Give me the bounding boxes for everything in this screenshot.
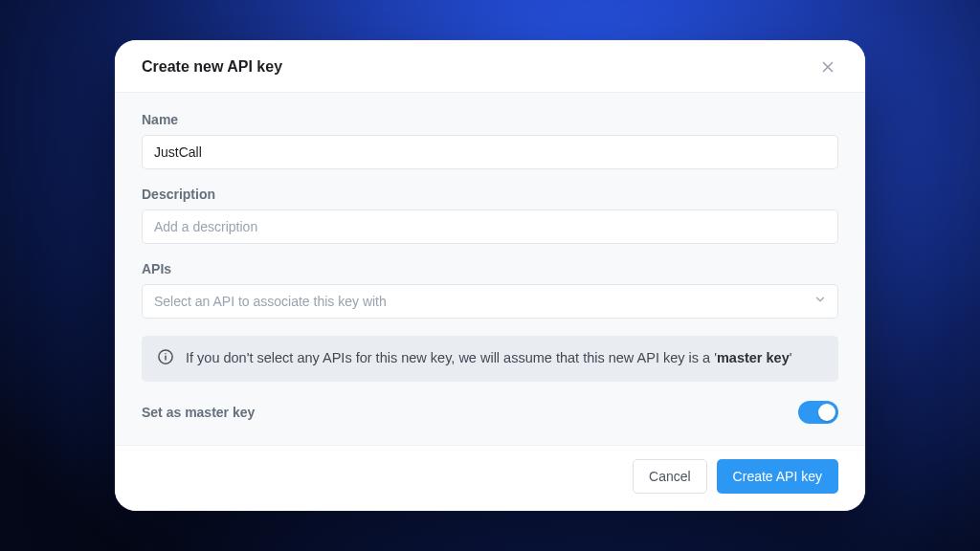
- info-bold: master key: [717, 350, 790, 365]
- modal-header: Create new API key: [115, 40, 865, 93]
- master-key-row: Set as master key: [142, 401, 838, 441]
- info-prefix: If you don't select any APIs for this ne…: [186, 350, 717, 365]
- apis-label: APIs: [142, 261, 838, 276]
- close-icon[interactable]: [817, 56, 838, 77]
- info-icon: [157, 348, 174, 369]
- modal-body: Name Description APIs Select an API to a…: [115, 93, 865, 445]
- master-key-label: Set as master key: [142, 405, 255, 420]
- cancel-button[interactable]: Cancel: [633, 459, 707, 494]
- name-label: Name: [142, 112, 838, 127]
- info-text: If you don't select any APIs for this ne…: [186, 348, 791, 368]
- modal-footer: Cancel Create API key: [115, 445, 865, 511]
- modal-title: Create new API key: [142, 58, 282, 76]
- apis-select[interactable]: Select an API to associate this key with: [142, 284, 838, 319]
- toggle-knob: [818, 404, 835, 421]
- name-input[interactable]: [142, 135, 838, 169]
- description-label: Description: [142, 187, 838, 202]
- info-suffix: ': [790, 350, 792, 365]
- apis-select-wrap: Select an API to associate this key with: [142, 284, 838, 319]
- svg-point-4: [165, 353, 166, 354]
- description-group: Description: [142, 187, 838, 244]
- name-group: Name: [142, 112, 838, 169]
- create-api-key-button[interactable]: Create API key: [717, 459, 838, 494]
- create-api-key-modal: Create new API key Name Description APIs…: [115, 40, 865, 511]
- apis-group: APIs Select an API to associate this key…: [142, 261, 838, 319]
- description-input[interactable]: [142, 209, 838, 244]
- master-key-toggle[interactable]: [798, 401, 838, 424]
- info-banner: If you don't select any APIs for this ne…: [142, 336, 838, 382]
